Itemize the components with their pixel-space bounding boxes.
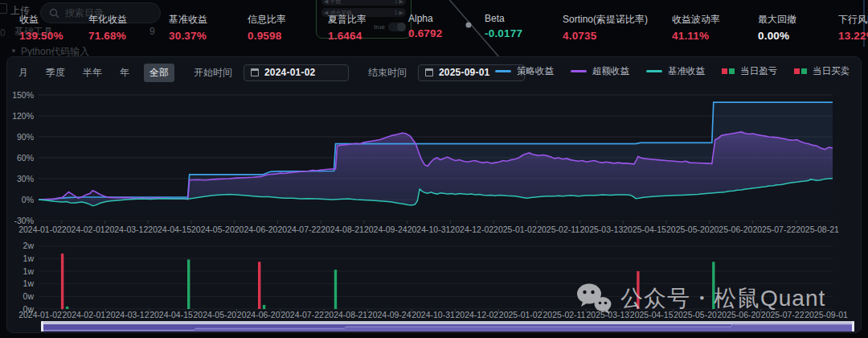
y-axis-label: 30% [17, 174, 34, 183]
end-time-label: 结束时间 [368, 66, 407, 80]
period-tab-全部[interactable]: 全部 [144, 64, 174, 82]
y-axis-label: 150% [12, 90, 34, 100]
metric-value: 71.68% [88, 30, 127, 42]
metric-label: Sortino(索提诺比率) [563, 13, 648, 27]
metric-label: 年化收益 [88, 13, 127, 27]
legend-square-swatch [722, 68, 735, 74]
metric-label: 收益波动率 [672, 13, 720, 27]
legend-label: 策略收益 [517, 65, 554, 77]
legend-label: 超额收益 [592, 65, 629, 77]
legend-item[interactable]: 当日买卖 [794, 65, 850, 77]
metric-label: 基准收益 [169, 13, 207, 27]
calendar-icon [251, 68, 259, 76]
legend-item[interactable]: 当日盈亏 [722, 65, 777, 77]
start-date-input[interactable]: 2024-01-02 [244, 64, 349, 81]
y-axis-label: 0% [22, 195, 34, 204]
pnl-bar [66, 307, 68, 309]
start-time-label: 开始时间 [194, 66, 232, 80]
metric-8: Sortino(索提诺比率)4.0735 [563, 13, 648, 42]
x-axis-label: 2025-08-21 [796, 225, 839, 234]
start-date-value: 2024-01-02 [264, 67, 315, 78]
x-axis-label: 2024-04-15 [149, 310, 193, 319]
returns-line-chart: 150%120%90%60%30%0%-30%2024-01-022024-02… [0, 84, 868, 238]
metric-value: -0.0177 [485, 27, 522, 39]
x-axis-label: 2024-02-01 [62, 310, 105, 319]
legend-label: 当日盈亏 [740, 65, 777, 77]
legend-item[interactable]: 超额收益 [571, 65, 629, 77]
metric-value: 0.9598 [248, 30, 286, 42]
metric-label: 夏普比率 [328, 13, 366, 27]
datazoom-slider[interactable] [41, 321, 854, 332]
period-tab-季度[interactable]: 季度 [43, 64, 68, 82]
metric-5: 夏普比率1.6464 [328, 13, 366, 42]
x-axis-label: 2024-10-31 [407, 225, 451, 234]
legend-item[interactable]: 策略收益 [495, 65, 554, 77]
end-date-value: 2025-09-01 [439, 67, 489, 78]
y-axis-label: 1w [23, 254, 35, 263]
quant-dashboard: 上传 搜索目录 0 基础工具 9 Python代码输入 ◀ 手数 1 ▶◀ 调仓… [0, 0, 868, 338]
x-axis-label: 2024-09-24 [364, 225, 407, 234]
y-axis-label: 1w [23, 266, 35, 276]
metric-10: 最大回撤0.00% [758, 13, 796, 42]
metric-value: 0.00% [758, 30, 796, 42]
metric-label: Beta [485, 13, 522, 24]
x-axis-label: 2024-03-12 [106, 310, 149, 319]
x-axis-label: 2024-01-02 [18, 310, 62, 319]
datazoom-left-handle[interactable] [41, 321, 43, 332]
x-axis-label: 2024-08-21 [321, 225, 364, 234]
x-axis-label: 2025-01-02 [493, 225, 537, 234]
metric-7: Beta-0.0177 [485, 13, 522, 39]
x-axis-label: 2024-06-20 [235, 225, 278, 234]
metric-6: Alpha0.6792 [408, 13, 443, 39]
metric-value: 139.50% [19, 30, 63, 42]
pnl-bar [187, 260, 190, 310]
x-axis-label: 2025-04-15 [623, 225, 666, 234]
y-axis-label: 1w [23, 278, 35, 288]
y-axis-label: 0w [23, 291, 35, 301]
metric-9: 收益波动率41.11% [672, 13, 720, 42]
x-axis-label: 2025-05-20 [666, 225, 710, 234]
watermark-text: 公众号・松鼠Quant [620, 283, 825, 314]
metric-1: 收益139.50% [19, 13, 63, 42]
datazoom-right-handle[interactable] [852, 321, 854, 332]
y-axis-label: 120% [12, 111, 34, 121]
legend-line-swatch [571, 70, 587, 72]
x-axis-label: 2024-07-22 [277, 225, 321, 234]
metric-2: 年化收益71.68% [88, 13, 127, 42]
pnl-bar [258, 262, 260, 309]
legend-item[interactable]: 基准收益 [646, 65, 705, 77]
x-axis-label: 2024-03-12 [105, 225, 149, 234]
pnl-bar [334, 270, 337, 309]
metric-value: 1.6464 [328, 30, 366, 42]
period-tab-年[interactable]: 年 [117, 64, 133, 82]
x-axis-label: 2024-02-01 [62, 225, 105, 234]
y-axis-label: 2w [23, 241, 35, 250]
period-tab-月[interactable]: 月 [15, 64, 31, 82]
metric-value: 0.6792 [408, 27, 443, 39]
x-axis-label: 2025-03-13 [580, 225, 624, 234]
y-axis-label: 60% [17, 153, 34, 163]
watermark: 公众号・松鼠Quant [575, 282, 825, 315]
period-tab-半年[interactable]: 半年 [80, 64, 105, 82]
metric-value: 4.0735 [563, 30, 648, 42]
x-axis-label: 2024-12-02 [455, 310, 498, 319]
metric-value: 13.22% [838, 30, 868, 42]
x-axis-label: 2024-07-22 [280, 310, 324, 319]
x-axis-label: 2025-02-11 [537, 225, 579, 234]
metric-label: Alpha [408, 13, 443, 24]
metric-label: 收益 [19, 13, 63, 27]
period-tabs: 月季度半年年全部 [15, 64, 174, 82]
legend-label: 基准收益 [668, 65, 705, 77]
chart-legend: 策略收益超额收益基准收益当日盈亏当日买卖 [495, 65, 850, 77]
metric-4: 信息比率0.9598 [248, 13, 286, 42]
calendar-icon [425, 68, 433, 76]
metric-value: 30.37% [169, 30, 207, 42]
x-axis-label: 2024-05-20 [191, 225, 235, 234]
pnl-bar [263, 305, 265, 309]
x-axis-label: 2024-08-21 [324, 310, 367, 319]
datazoom-shadow [41, 321, 854, 332]
x-axis-label: 2024-06-20 [237, 310, 280, 319]
legend-square-swatch [794, 68, 807, 74]
metric-label: 下行风险 [838, 13, 868, 27]
x-axis-label: 2024-04-15 [148, 225, 191, 234]
